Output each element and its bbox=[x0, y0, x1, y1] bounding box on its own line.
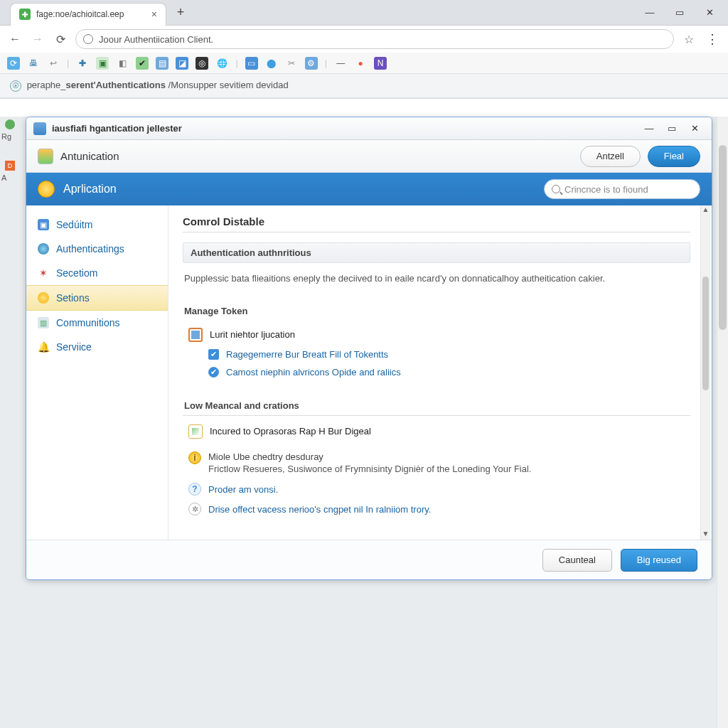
bm-icon[interactable]: — bbox=[334, 57, 347, 70]
auth-dialog: iausfiafi hgantication jellester — ▭ ✕ A… bbox=[26, 117, 712, 580]
tab-favicon: ✚ bbox=[19, 9, 31, 20]
option-link[interactable]: Ragegemerre Bur Breatt Fill of Tokentts bbox=[226, 349, 388, 360]
browser-tabstrip: ✚ fage:noe/achioitcal.eep × + — ▭ ✕ bbox=[0, 0, 728, 26]
section-token-header: Manage Token bbox=[183, 299, 690, 319]
search-placeholder: Crincnce is to fiound bbox=[564, 184, 648, 195]
briefcase-icon: ▣ bbox=[38, 219, 49, 230]
rail-label: A bbox=[1, 173, 18, 182]
option-link[interactable]: Camost niephin alvricons Opide and ralii… bbox=[226, 367, 401, 378]
tab-close-icon[interactable]: × bbox=[151, 9, 157, 20]
gear-icon: ✲ bbox=[188, 503, 201, 515]
section-low-header: Low Meancal and crations bbox=[183, 390, 690, 416]
sidebar-item-service[interactable]: 🔔Serviice bbox=[26, 335, 168, 359]
checkbox[interactable]: ✔ bbox=[208, 349, 219, 360]
dialog-minimize-button[interactable]: — bbox=[639, 121, 659, 136]
page-scroll-thumb[interactable] bbox=[719, 145, 727, 330]
option-label: Incured to Oprasoras Rap H Bur Digeal bbox=[210, 426, 371, 437]
dialog-content: Comrol Distable Authentication authnriti… bbox=[168, 205, 712, 540]
document-icon bbox=[188, 328, 203, 342]
search-input[interactable]: Crincnce is to fiound bbox=[544, 179, 700, 199]
breadcrumb: ⦿ peraphe_serent'Authentications /Monsup… bbox=[0, 74, 728, 98]
note-icon bbox=[188, 424, 203, 439]
window-maximize-button[interactable]: ▭ bbox=[665, 3, 694, 23]
rail-label: Rg bbox=[1, 132, 18, 141]
dialog-scrollbar[interactable]: ▲ ▼ bbox=[700, 205, 710, 540]
bell-icon: 🔔 bbox=[38, 341, 49, 353]
scroll-up-icon[interactable]: ▲ bbox=[701, 205, 710, 215]
bm-icon[interactable]: ◪ bbox=[176, 57, 188, 70]
cancel-button[interactable]: Caunteal bbox=[542, 549, 612, 572]
window-minimize-button[interactable]: — bbox=[636, 3, 664, 23]
dialog-maximize-button[interactable]: ▭ bbox=[662, 121, 682, 136]
bookmark-star-icon[interactable]: ☆ bbox=[684, 33, 694, 46]
star-icon: ✶ bbox=[38, 267, 49, 279]
site-info-icon[interactable] bbox=[83, 34, 93, 44]
search-icon bbox=[552, 185, 560, 193]
help-link[interactable]: Proder am vonsi. bbox=[208, 484, 278, 495]
bm-icon[interactable]: ▣ bbox=[96, 57, 109, 70]
subheader-primary-button[interactable]: Fieal bbox=[648, 146, 700, 167]
sidebar-item-secetiom[interactable]: ✶Secetiom bbox=[26, 261, 168, 285]
address-bar[interactable]: Joour Authentiication Client. bbox=[75, 29, 674, 49]
nav-back-button[interactable]: ← bbox=[7, 31, 23, 47]
bm-icon[interactable]: 🖶 bbox=[27, 57, 40, 70]
subheader-icon bbox=[38, 149, 53, 164]
config-link[interactable]: Drise offect vacess nerioo's cngpet nil … bbox=[208, 504, 431, 515]
bm-icon[interactable]: ⟳ bbox=[7, 57, 20, 70]
tab-title: fage:noe/achioitcal.eep bbox=[36, 9, 124, 19]
bm-icon[interactable]: ↩ bbox=[47, 57, 60, 70]
scroll-down-icon[interactable]: ▼ bbox=[701, 530, 710, 540]
checkbox-round[interactable]: ✔ bbox=[208, 367, 219, 378]
rail-badge-icon[interactable]: D bbox=[5, 161, 15, 171]
bm-icon[interactable]: N bbox=[374, 57, 387, 70]
bm-icon[interactable]: ⬤ bbox=[265, 57, 278, 70]
window-close-button[interactable]: ✕ bbox=[695, 3, 724, 23]
monitor-icon: ▥ bbox=[38, 317, 49, 328]
section-auth-description: Pupplessic bata flieaitions eneply the d… bbox=[183, 269, 690, 289]
bm-icon[interactable]: ✚ bbox=[76, 57, 89, 70]
help-icon: ? bbox=[188, 483, 201, 496]
bookmarks-bar: ⟳ 🖶 ↩ | ✚ ▣ ◧ ✔ ▤ ◪ ◎ 🌐 | ▭ ⬤ ✂ ⚙ | — ● … bbox=[0, 53, 728, 74]
scroll-thumb[interactable] bbox=[702, 277, 709, 390]
dialog-titlebar: iausfiafi hgantication jellester — ▭ ✕ bbox=[26, 117, 712, 140]
warning-icon: i bbox=[188, 451, 201, 464]
dialog-app-icon bbox=[33, 122, 46, 135]
sidebar-item-setions[interactable]: Setions bbox=[26, 285, 168, 311]
section-auth-header: Authentication authnritious bbox=[183, 242, 690, 263]
sidebar-item-authenticatings[interactable]: Authenticatings bbox=[26, 237, 168, 261]
bm-icon[interactable]: ▤ bbox=[156, 57, 168, 70]
warning-title: Miole Ube chedtry desduray bbox=[208, 451, 532, 462]
subheader-secondary-button[interactable]: Antzell bbox=[580, 146, 641, 167]
dialog-title: iausfiafi hgantication jellester bbox=[52, 123, 182, 134]
globe-icon bbox=[38, 243, 49, 255]
bm-icon[interactable]: ▭ bbox=[245, 57, 258, 70]
rail-dot-icon[interactable] bbox=[5, 119, 15, 129]
sidebar-item-sedum[interactable]: ▣Sedúitm bbox=[26, 213, 168, 237]
settings-ball-icon bbox=[38, 292, 49, 304]
bm-icon[interactable]: ✔ bbox=[136, 57, 149, 70]
bm-icon[interactable]: ◎ bbox=[196, 57, 208, 70]
sidebar-item-communitions[interactable]: ▥Communitions bbox=[26, 311, 168, 335]
page-scrollbar[interactable] bbox=[717, 117, 728, 728]
bm-icon[interactable]: ⚙ bbox=[305, 57, 318, 70]
dialog-sidebar: ▣Sedúitm Authenticatings ✶Secetiom Setio… bbox=[26, 205, 168, 540]
breadcrumb-icon: ⦿ bbox=[10, 80, 21, 92]
dialog-close-button[interactable]: ✕ bbox=[685, 121, 705, 136]
bm-icon[interactable]: ◧ bbox=[116, 57, 129, 70]
warning-body: Frictlow Resueres, Susiwonce of Frymnisi… bbox=[208, 462, 532, 476]
address-text: Joour Authentiication Client. bbox=[99, 34, 213, 45]
browser-menu-button[interactable]: ⋮ bbox=[704, 31, 721, 47]
section-hero-icon bbox=[38, 181, 55, 198]
left-rail: Rg D A bbox=[1, 117, 18, 185]
bm-icon[interactable]: ● bbox=[354, 57, 367, 70]
nav-forward-button[interactable]: → bbox=[30, 31, 46, 47]
subheader-title: Antunication bbox=[60, 150, 119, 162]
option-label: Lurit niehtor ljucation bbox=[210, 329, 295, 340]
new-tab-button[interactable]: + bbox=[171, 3, 191, 23]
nav-reload-button[interactable]: ⟳ bbox=[53, 31, 68, 47]
apply-button[interactable]: Big reused bbox=[621, 549, 697, 572]
browser-tab[interactable]: ✚ fage:noe/achioitcal.eep × bbox=[10, 3, 166, 26]
bm-icon[interactable]: ✂ bbox=[285, 57, 298, 70]
content-heading: Comrol Distable bbox=[183, 215, 690, 232]
bm-icon[interactable]: 🌐 bbox=[215, 57, 228, 70]
